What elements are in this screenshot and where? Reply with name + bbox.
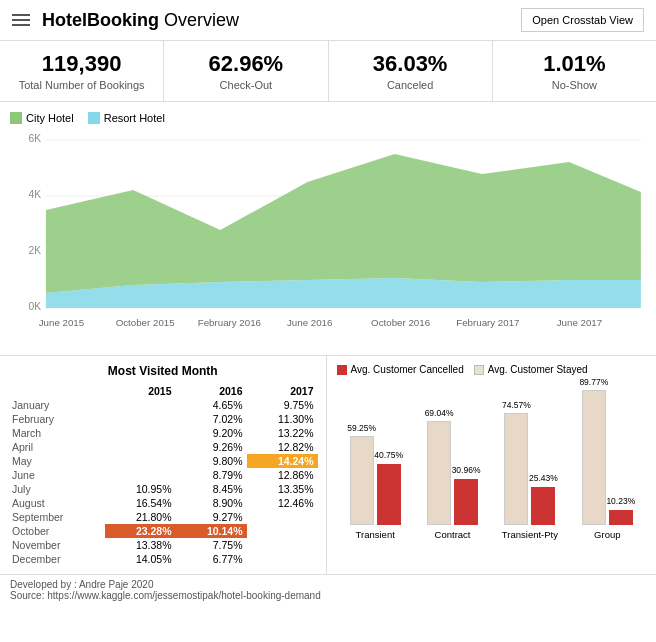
cell-2-0: March: [8, 426, 105, 440]
cell-5-2: 8.79%: [176, 468, 247, 482]
cell-10-1: 13.38%: [105, 538, 176, 552]
bar-cancelled: 40.75%: [377, 464, 401, 525]
bar-stayed-label: 89.77%: [579, 377, 608, 387]
bar-cancelled: 25.43%: [531, 487, 555, 525]
bar-legend-stayed-color: [474, 365, 484, 375]
most-visited-title: Most Visited Month: [8, 364, 318, 378]
cell-9-0: October: [8, 524, 105, 538]
col-2017: 2017: [247, 384, 318, 398]
bar-stayed: 74.57%: [504, 413, 528, 525]
cell-4-2: 9.80%: [176, 454, 247, 468]
stat-value-bookings: 119,390: [10, 51, 153, 77]
cell-1-3: 11.30%: [247, 412, 318, 426]
stat-value-noshow: 1.01%: [503, 51, 646, 77]
header-left: HotelBooking Overview: [12, 10, 239, 31]
cell-8-1: 21.80%: [105, 510, 176, 524]
title-bold: HotelBooking: [42, 10, 159, 30]
bar-group: 74.57%25.43%Transient-Pty: [500, 413, 560, 540]
cell-3-0: April: [8, 440, 105, 454]
cell-10-3: [247, 538, 318, 552]
bar-stayed-label: 74.57%: [502, 400, 531, 410]
source-label: Source:: [10, 590, 44, 601]
cell-0-1: [105, 398, 176, 412]
bar-chart-section: Avg. Customer Cancelled Avg. Customer St…: [327, 356, 657, 574]
svg-text:0K: 0K: [28, 301, 41, 312]
bar-group: 59.25%40.75%Transient: [345, 436, 405, 540]
bar-legend-stayed-label: Avg. Customer Stayed: [488, 364, 588, 375]
bar-stayed-label: 69.04%: [425, 408, 454, 418]
stat-checkout: 62.96% Check-Out: [164, 41, 328, 101]
bar-cancelled-label: 30.96%: [452, 465, 481, 475]
cell-3-1: [105, 440, 176, 454]
bar-cancelled: 30.96%: [454, 479, 478, 525]
area-chart-section: City Hotel Resort Hotel 6K 4K 2K 0K: [0, 102, 656, 356]
stat-label-bookings: Total Number of Bookings: [10, 79, 153, 91]
area-chart: 6K 4K 2K 0K June 2015 October 2015 Febru…: [10, 130, 646, 350]
stat-canceled: 36.03% Canceled: [329, 41, 493, 101]
legend-city-hotel: City Hotel: [10, 112, 74, 124]
table-row: July10.95%8.45%13.35%: [8, 482, 318, 496]
bar-group-name: Transient: [356, 529, 395, 540]
bar-legend-cancelled-color: [337, 365, 347, 375]
cell-8-0: September: [8, 510, 105, 524]
cell-5-0: June: [8, 468, 105, 482]
hamburger-menu[interactable]: [12, 14, 30, 26]
cell-8-2: 9.27%: [176, 510, 247, 524]
title-subtitle: Overview: [159, 10, 239, 30]
crosstab-button[interactable]: Open Crosstab View: [521, 8, 644, 32]
cell-2-2: 9.20%: [176, 426, 247, 440]
cell-4-3: 14.24%: [247, 454, 318, 468]
cell-6-0: July: [8, 482, 105, 496]
cell-0-3: 9.75%: [247, 398, 318, 412]
cell-2-1: [105, 426, 176, 440]
cell-10-0: November: [8, 538, 105, 552]
bar-stayed: 69.04%: [427, 421, 451, 525]
table-row: October23.28%10.14%: [8, 524, 318, 538]
bar-chart-legend: Avg. Customer Cancelled Avg. Customer St…: [337, 364, 647, 375]
stats-row: 119,390 Total Number of Bookings 62.96% …: [0, 41, 656, 102]
cell-8-3: [247, 510, 318, 524]
cell-9-2: 10.14%: [176, 524, 247, 538]
bar-pair: 59.25%40.75%: [350, 436, 401, 525]
bar-legend-cancelled-label: Avg. Customer Cancelled: [351, 364, 464, 375]
bar-pair: 89.77%10.23%: [582, 390, 633, 525]
legend-resort-color: [88, 112, 100, 124]
bar-group-name: Group: [594, 529, 620, 540]
svg-text:June 2016: June 2016: [287, 317, 332, 328]
table-row: September21.80%9.27%: [8, 510, 318, 524]
col-2015: 2015: [105, 384, 176, 398]
table-row: June8.79%12.86%: [8, 468, 318, 482]
stat-value-checkout: 62.96%: [174, 51, 317, 77]
cell-0-2: 4.65%: [176, 398, 247, 412]
bar-cancelled-label: 25.43%: [529, 473, 558, 483]
svg-text:February 2017: February 2017: [456, 317, 519, 328]
table-row: December14.05%6.77%: [8, 552, 318, 566]
cell-11-2: 6.77%: [176, 552, 247, 566]
app-title: HotelBooking Overview: [42, 10, 239, 31]
stat-label-noshow: No-Show: [503, 79, 646, 91]
legend-city-color: [10, 112, 22, 124]
cell-7-2: 8.90%: [176, 496, 247, 510]
bars-container: 59.25%40.75%Transient69.04%30.96%Contrac…: [337, 383, 647, 558]
svg-text:June 2017: June 2017: [557, 317, 602, 328]
svg-text:2K: 2K: [28, 245, 41, 256]
area-chart-svg: 6K 4K 2K 0K June 2015 October 2015 Febru…: [10, 130, 646, 350]
svg-text:October 2015: October 2015: [116, 317, 175, 328]
cell-11-1: 14.05%: [105, 552, 176, 566]
table-row: August16.54%8.90%12.46%: [8, 496, 318, 510]
bar-pair: 74.57%25.43%: [504, 413, 555, 525]
bar-legend-stayed: Avg. Customer Stayed: [474, 364, 588, 375]
cell-6-3: 13.35%: [247, 482, 318, 496]
source-link[interactable]: https://www.kaggle.com/jessemostipak/hot…: [47, 590, 320, 601]
stat-label-canceled: Canceled: [339, 79, 482, 91]
footer: Developed by : Andre Paje 2020 Source: h…: [0, 575, 656, 605]
stat-bookings: 119,390 Total Number of Bookings: [0, 41, 164, 101]
cell-3-3: 12.82%: [247, 440, 318, 454]
bar-stayed-label: 59.25%: [347, 423, 376, 433]
cell-7-3: 12.46%: [247, 496, 318, 510]
bar-cancelled-label: 10.23%: [606, 496, 635, 506]
cell-1-0: February: [8, 412, 105, 426]
cell-5-3: 12.86%: [247, 468, 318, 482]
cell-4-0: May: [8, 454, 105, 468]
header: HotelBooking Overview Open Crosstab View: [0, 0, 656, 41]
